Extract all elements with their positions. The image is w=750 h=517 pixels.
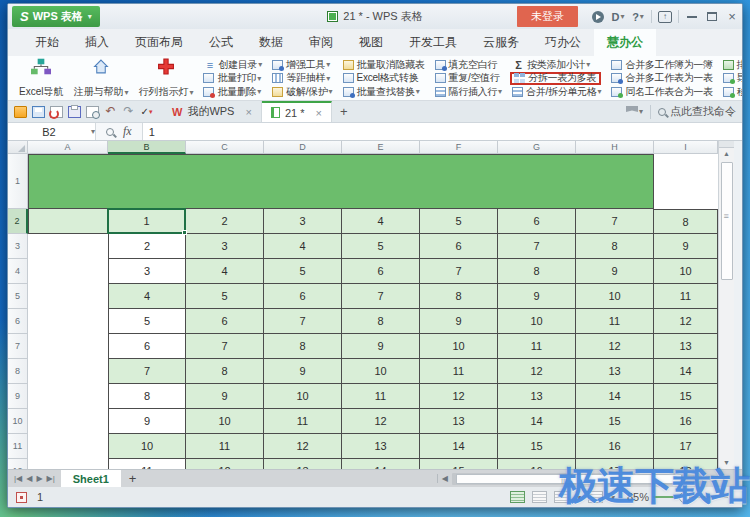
next-sheet-button[interactable]: ▶ [36, 474, 42, 483]
prev-sheet-button[interactable]: ◀ [26, 474, 32, 483]
cell-B5[interactable]: 4 [108, 284, 186, 309]
column-header-G[interactable]: G [498, 141, 576, 154]
last-sheet-button[interactable]: ▶| [47, 474, 55, 483]
cell-A11[interactable] [28, 434, 108, 459]
cell-A7[interactable] [28, 334, 108, 359]
scroll-up-arrow[interactable]: ▲ [723, 148, 730, 160]
cell-C3[interactable]: 3 [186, 234, 264, 259]
vertical-scroll-thumb[interactable] [721, 162, 733, 280]
cell-H4[interactable]: 9 [576, 259, 654, 284]
cell-E6[interactable]: 8 [342, 309, 420, 334]
row-header-3[interactable]: 3 [8, 234, 28, 259]
cell-E5[interactable]: 7 [342, 284, 420, 309]
formula-input[interactable]: 1 [143, 123, 742, 140]
cell-F7[interactable]: 10 [420, 334, 498, 359]
cell-C5[interactable]: 5 [186, 284, 264, 309]
row-header-2[interactable]: 2 [8, 209, 28, 234]
cell-I7[interactable]: 13 [654, 334, 718, 359]
ribbon-button-增强工具[interactable]: 增强工具▾ [272, 58, 332, 71]
ribbon-button-分拆一表为多表[interactable]: 分拆一表为多表 [510, 72, 601, 85]
row-header-5[interactable]: 5 [8, 284, 28, 309]
cell-B4[interactable]: 3 [108, 259, 186, 284]
cell-F2[interactable]: 5 [420, 209, 498, 234]
tab-插入[interactable]: 插入 [72, 29, 122, 56]
ribbon-button-按类添加小计[interactable]: Σ按类添加小计▾ [512, 58, 601, 71]
ribbon-button-填充空白行[interactable]: 填充空白行 [435, 58, 503, 71]
column-header-D[interactable]: D [264, 141, 342, 154]
theme-skin-icon[interactable]: D▾ [609, 9, 627, 25]
row-header-11[interactable]: 11 [8, 434, 28, 459]
cell-H9[interactable]: 14 [576, 384, 654, 409]
row-header-6[interactable]: 6 [8, 309, 28, 334]
cell-F5[interactable]: 8 [420, 284, 498, 309]
help-icon[interactable]: ?▾ [629, 9, 647, 25]
row-header-8[interactable]: 8 [8, 359, 28, 384]
normal-view-button[interactable] [510, 491, 525, 503]
cell-B10[interactable]: 9 [108, 409, 186, 434]
cell-D5[interactable]: 6 [264, 284, 342, 309]
cell-H7[interactable]: 12 [576, 334, 654, 359]
ribbon-button-批量取消隐藏表[interactable]: 批量取消隐藏表 [343, 58, 425, 71]
customize-icon[interactable]: ✓▾ [140, 106, 153, 118]
cell-G6[interactable]: 10 [498, 309, 576, 334]
cell-F6[interactable]: 9 [420, 309, 498, 334]
ribbon-button-合并多工作簿为一簿[interactable]: 合并多工作簿为一簿 [611, 58, 712, 71]
cell-A3[interactable] [28, 234, 108, 259]
cell-A8[interactable] [28, 359, 108, 384]
magnifier-icon[interactable] [106, 128, 114, 136]
tab-慧办公[interactable]: 慧办公 [594, 29, 656, 56]
cell-D6[interactable]: 7 [264, 309, 342, 334]
collapse-ribbon-icon[interactable]: ↑ [656, 9, 674, 25]
cell-C12[interactable]: 12 [186, 459, 264, 469]
cell-D9[interactable]: 10 [264, 384, 342, 409]
cell-D10[interactable]: 11 [264, 409, 342, 434]
doc-tab-我的WPS[interactable]: W我的WPS× [163, 101, 262, 122]
cell-F12[interactable]: 15 [420, 459, 498, 469]
tab-公式[interactable]: 公式 [196, 29, 246, 56]
doc-tab-21 *[interactable]: 21 *× [262, 101, 332, 122]
cell-E2[interactable]: 4 [342, 209, 420, 234]
cell-B2[interactable]: 1 [108, 209, 186, 234]
tab-list-icon[interactable] [626, 106, 638, 117]
cell-C9[interactable]: 9 [186, 384, 264, 409]
cell-G7[interactable]: 11 [498, 334, 576, 359]
cell-H10[interactable]: 15 [576, 409, 654, 434]
excel-nav-button[interactable]: Excel导航 [14, 56, 68, 100]
cell-I2[interactable]: 8 [654, 209, 718, 234]
tab-审阅[interactable]: 审阅 [296, 29, 346, 56]
cell-I11[interactable]: 17 [654, 434, 718, 459]
cell-D2[interactable]: 3 [264, 209, 342, 234]
minimize-button[interactable] [683, 9, 701, 25]
cell-F3[interactable]: 6 [420, 234, 498, 259]
close-tab-icon[interactable]: × [245, 106, 251, 118]
tab-开发工具[interactable]: 开发工具 [396, 29, 470, 56]
cell-B8[interactable]: 7 [108, 359, 186, 384]
cell-D11[interactable]: 12 [264, 434, 342, 459]
open-icon[interactable] [14, 106, 27, 118]
print-preview-icon[interactable] [86, 106, 99, 118]
register-help-button[interactable]: 注册与帮助▾ [68, 56, 133, 100]
close-tab-icon[interactable]: × [315, 107, 321, 119]
export-pdf-icon[interactable] [50, 106, 63, 118]
print-icon[interactable] [68, 106, 81, 118]
cell-I3[interactable]: 9 [654, 234, 718, 259]
cell-H11[interactable]: 16 [576, 434, 654, 459]
cell-D8[interactable]: 9 [264, 359, 342, 384]
cell-G11[interactable]: 15 [498, 434, 576, 459]
cell-D12[interactable]: 13 [264, 459, 342, 469]
row-header-10[interactable]: 10 [8, 409, 28, 434]
cell-G3[interactable]: 7 [498, 234, 576, 259]
cell-E10[interactable]: 12 [342, 409, 420, 434]
scroll-left-arrow[interactable]: ◀ [437, 474, 452, 483]
row-header-7[interactable]: 7 [8, 334, 28, 359]
cell-I6[interactable]: 12 [654, 309, 718, 334]
cell-C6[interactable]: 6 [186, 309, 264, 334]
cell-E8[interactable]: 10 [342, 359, 420, 384]
cell-H6[interactable]: 11 [576, 309, 654, 334]
cell-G5[interactable]: 9 [498, 284, 576, 309]
cell-G9[interactable]: 13 [498, 384, 576, 409]
cell-A9[interactable] [28, 384, 108, 409]
row-header-9[interactable]: 9 [8, 384, 28, 409]
cell-D4[interactable]: 5 [264, 259, 342, 284]
page-break-view-button[interactable] [532, 491, 547, 503]
